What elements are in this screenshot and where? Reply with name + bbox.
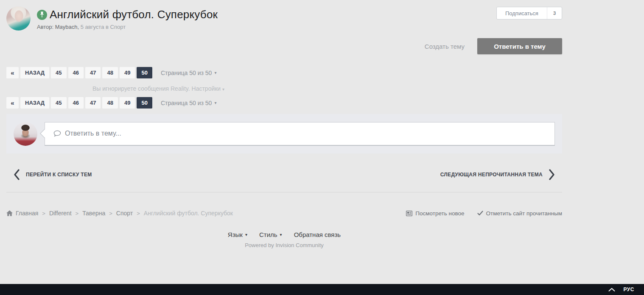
feedback-link[interactable]: Обратная связь (294, 231, 341, 238)
topic-author-avatar[interactable] (6, 6, 31, 31)
next-unread-topic-label: СЛЕДУЮЩАЯ НЕПРОЧИТАННАЯ ТЕМА (440, 172, 543, 178)
create-topic-button[interactable]: Создать тему (425, 43, 465, 50)
view-new-label: Посмотреть новое (415, 210, 464, 217)
check-icon (477, 211, 483, 216)
page-jump-dropdown[interactable]: Страница 50 из 50 ▾ (161, 100, 217, 106)
chevron-right-icon (549, 169, 555, 181)
page-jump-dropdown[interactable]: Страница 50 из 50 ▾ (161, 70, 217, 76)
breadcrumb-home[interactable]: Главная (16, 210, 38, 217)
footer-links: Язык ▾ Стиль ▾ Обратная связь (6, 231, 562, 238)
back-page-button[interactable]: НАЗАД (20, 67, 49, 78)
subscribe-label: Подписаться (497, 7, 547, 19)
main-content: Английский футбол. Суперкубок Автор: May… (6, 0, 562, 248)
pagination-bottom: « НАЗАД 45 46 47 48 49 50 Страница 50 из… (6, 97, 562, 109)
chevron-left-icon (13, 169, 20, 181)
reply-to-topic-button[interactable]: Ответить в тему (477, 38, 562, 54)
back-page-button[interactable]: НАЗАД (20, 97, 49, 109)
powered-by-text: Powered by Invision Community (6, 242, 562, 248)
breadcrumb-current-topic: Английский футбол. Суперкубок (144, 210, 233, 217)
page-button-46[interactable]: 46 (68, 67, 84, 78)
caret-down-icon: ▾ (214, 70, 216, 75)
page-info-label: Страница 50 из 50 (161, 100, 212, 106)
current-user-avatar[interactable] (14, 122, 37, 146)
page-button-49[interactable]: 49 (120, 67, 135, 78)
language-label: Язык (228, 231, 243, 238)
page-button-47[interactable]: 47 (85, 67, 101, 78)
go-to-topic-list-label: ПЕРЕЙТИ К СПИСКУ ТЕМ (26, 172, 92, 178)
home-icon[interactable] (6, 210, 13, 216)
breadcrumb-different[interactable]: Different (49, 210, 72, 217)
page-button-46[interactable]: 46 (68, 97, 84, 109)
caret-down-icon: ▾ (245, 232, 247, 237)
page-info-label: Страница 50 из 50 (161, 70, 212, 76)
first-page-button[interactable]: « (6, 67, 19, 78)
mark-read-label: Отметить сайт прочитанным (486, 210, 563, 217)
page-button-48[interactable]: 48 (102, 97, 118, 109)
go-to-topic-list-link[interactable]: ПЕРЕЙТИ К СПИСКУ ТЕМ (13, 169, 92, 181)
breadcrumb-separator: > (137, 210, 140, 217)
topic-navigation: ПЕРЕЙТИ К СПИСКУ ТЕМ СЛЕДУЮЩАЯ НЕПРОЧИТА… (6, 166, 562, 183)
topic-actions: Создать тему Ответить в тему (6, 38, 562, 54)
topic-date-category-link[interactable]: 5 августа в Спорт (81, 24, 126, 30)
page-button-47[interactable]: 47 (85, 97, 101, 109)
page-button-48[interactable]: 48 (102, 67, 118, 78)
page-button-45[interactable]: 45 (51, 97, 66, 109)
caret-down-icon: ▾ (222, 87, 224, 92)
comment-icon (53, 130, 61, 137)
topic-byline: Автор: Maybach, 5 августа в Спорт (37, 24, 218, 30)
author-label: Автор: Maybach, (37, 24, 79, 30)
topic-header: Английский футбол. Суперкубок Автор: May… (6, 6, 562, 31)
page-button-50-current[interactable]: 50 (137, 67, 152, 78)
breadcrumb-separator: > (42, 210, 45, 217)
ignored-user-notice-text: Вы игнорируете сообщения Reality. (92, 85, 190, 92)
breadcrumb-sport[interactable]: Спорт (116, 210, 133, 217)
page-button-45[interactable]: 45 (51, 67, 66, 78)
footer-divider (6, 192, 562, 192)
breadcrumb-row: Главная > Different > Таверна > Спорт > … (6, 210, 562, 217)
language-code-button[interactable]: РУС (624, 287, 634, 292)
breadcrumb-tavern[interactable]: Таверна (82, 210, 105, 217)
pagination-top: « НАЗАД 45 46 47 48 49 50 Страница 50 из… (6, 67, 562, 78)
quick-links: Посмотреть новое Отметить сайт прочитанн… (406, 210, 562, 217)
caret-down-icon: ▾ (214, 100, 216, 105)
breadcrumb-separator: > (109, 210, 112, 217)
style-dropdown[interactable]: Стиль ▾ (259, 231, 282, 238)
mark-site-read-link[interactable]: Отметить сайт прочитанным (477, 210, 563, 217)
language-dropdown[interactable]: Язык ▾ (228, 231, 247, 238)
caret-down-icon: ▾ (280, 232, 282, 237)
first-page-button[interactable]: « (6, 97, 19, 109)
quick-reply-section: Ответить в тему... (6, 114, 562, 153)
ignore-settings-label: Настройки (192, 85, 221, 92)
reply-placeholder: Ответить в тему... (65, 130, 121, 137)
next-unread-topic-link[interactable]: СЛЕДУЮЩАЯ НЕПРОЧИТАННАЯ ТЕМА (440, 169, 555, 181)
page-title: Английский футбол. Суперкубок (50, 8, 218, 21)
ignore-settings-link[interactable]: Настройки ▾ (192, 85, 225, 92)
reply-input[interactable]: Ответить в тему... (45, 122, 555, 146)
scroll-to-top-button[interactable] (608, 288, 615, 292)
style-label: Стиль (259, 231, 277, 238)
topic-header-text: Английский футбол. Суперкубок Автор: May… (37, 6, 218, 30)
subscribe-count-badge[interactable]: 3 (547, 7, 562, 19)
pinned-topic-icon (37, 10, 47, 20)
bottom-bar: РУС (0, 284, 644, 295)
breadcrumb: Главная > Different > Таверна > Спорт > … (6, 210, 233, 217)
subscribe-button[interactable]: Подписаться 3 (496, 7, 562, 19)
breadcrumb-separator: > (76, 210, 79, 217)
page-button-49[interactable]: 49 (120, 97, 135, 109)
stream-icon (406, 211, 412, 216)
page-button-50-current[interactable]: 50 (137, 97, 152, 109)
ignored-user-notice: Вы игнорируете сообщения Reality. Настро… (92, 85, 562, 92)
view-new-content-link[interactable]: Посмотреть новое (406, 210, 464, 217)
